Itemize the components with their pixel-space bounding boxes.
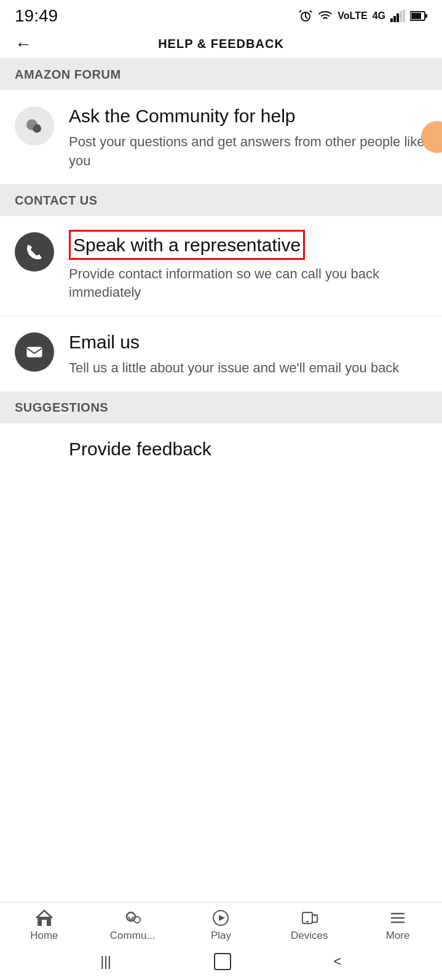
section-header-text-contact: CONTACT US	[15, 194, 98, 207]
provide-feedback-content: Provide feedback	[69, 437, 427, 466]
svg-rect-8	[425, 14, 427, 18]
nav-item-play[interactable]: Play	[196, 909, 245, 942]
home-icon	[35, 909, 53, 927]
battery-icon	[410, 10, 427, 22]
signal-icon	[390, 10, 405, 22]
bottom-nav-items: Home Commu... Play	[0, 903, 442, 946]
svg-rect-2	[393, 16, 396, 22]
gesture-home-icon	[214, 953, 231, 970]
volte-indicator: VoLTE	[337, 10, 367, 22]
ask-community-content: Ask the Community for help Post your que…	[69, 104, 427, 171]
section-header-text-suggestions: SUGGESTIONS	[15, 401, 108, 414]
svg-point-22	[314, 915, 315, 917]
nav-item-community[interactable]: Commu...	[108, 909, 157, 942]
email-us-subtitle: Tell us a little about your issue and we…	[69, 359, 427, 378]
list-item-provide-feedback[interactable]: Provide feedback	[0, 423, 442, 479]
list-item-email-us[interactable]: Email us Tell us a little about your iss…	[0, 316, 442, 392]
list-item-speak-representative[interactable]: Speak with a representative Provide cont…	[0, 216, 442, 317]
speak-representative-subtitle: Provide contact information so we can ca…	[69, 265, 427, 303]
nav-item-more[interactable]: More	[373, 909, 422, 942]
svg-rect-1	[390, 18, 393, 22]
phone-icon	[25, 242, 44, 262]
devices-icon	[300, 909, 318, 927]
gesture-back-icon: |||	[100, 954, 111, 970]
bottom-nav: Home Commu... Play	[0, 902, 442, 980]
phone-icon-circle	[15, 232, 54, 272]
highlight-box: Speak with a representative	[69, 230, 305, 260]
svg-rect-7	[411, 13, 421, 19]
4g-indicator: 4G	[373, 10, 385, 22]
top-nav: ← HELP & FEEDBACK	[0, 29, 442, 59]
svg-rect-3	[397, 14, 399, 22]
ask-community-subtitle: Post your questions and get answers from…	[69, 133, 427, 171]
gesture-recent-icon: <	[334, 954, 342, 970]
wifi-icon	[318, 9, 333, 23]
email-icon-circle	[15, 332, 54, 372]
provide-feedback-title: Provide feedback	[69, 437, 427, 461]
section-header-amazon-forum: AMAZON FORUM	[0, 59, 442, 90]
section-header-text: AMAZON FORUM	[15, 68, 121, 81]
svg-rect-11	[27, 347, 42, 357]
speak-representative-content: Speak with a representative Provide cont…	[69, 230, 427, 303]
email-icon	[25, 342, 44, 362]
more-icon	[389, 909, 407, 927]
ask-community-title: Ask the Community for help	[69, 104, 427, 128]
chat-icon	[23, 115, 45, 137]
section-header-contact-us: CONTACT US	[0, 185, 442, 216]
page-title: HELP & FEEDBACK	[158, 37, 284, 51]
gesture-bar: ||| <	[0, 946, 442, 980]
content-area: AMAZON FORUM Ask the Community for help …	[0, 59, 442, 559]
svg-rect-5	[403, 10, 405, 22]
speak-representative-title: Speak with a representative	[69, 230, 427, 260]
alarm-icon	[298, 9, 313, 23]
back-button[interactable]: ←	[15, 34, 32, 54]
svg-rect-4	[400, 11, 402, 22]
section-header-suggestions: SUGGESTIONS	[0, 392, 442, 423]
community-icon	[124, 909, 142, 927]
more-label: More	[386, 930, 410, 942]
email-us-title: Email us	[69, 330, 427, 354]
community-label: Commu...	[110, 930, 156, 942]
status-icons: VoLTE 4G	[298, 9, 427, 23]
email-us-content: Email us Tell us a little about your iss…	[69, 330, 427, 378]
status-bar: 19:49 VoLTE 4G	[0, 0, 442, 29]
nav-item-home[interactable]: Home	[20, 909, 69, 942]
home-label: Home	[30, 930, 58, 942]
status-time: 19:49	[15, 6, 58, 26]
play-label: Play	[211, 930, 231, 942]
chat-icon-circle	[15, 106, 54, 146]
svg-rect-13	[42, 920, 47, 926]
devices-label: Devices	[291, 930, 328, 942]
list-item-ask-community[interactable]: Ask the Community for help Post your que…	[0, 90, 442, 185]
play-icon	[211, 909, 230, 927]
nav-item-devices[interactable]: Devices	[285, 909, 334, 942]
